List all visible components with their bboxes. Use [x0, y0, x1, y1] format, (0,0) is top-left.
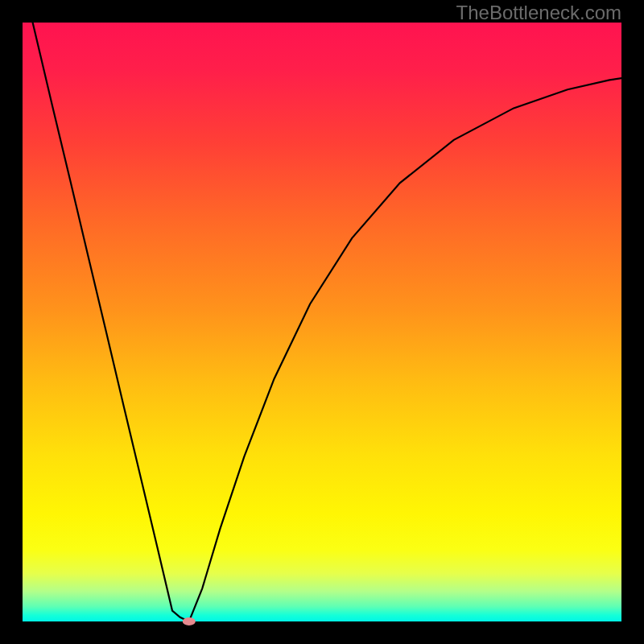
plot-area	[23, 23, 621, 621]
chart-frame: TheBottleneck.com	[0, 0, 644, 644]
watermark-text: TheBottleneck.com	[456, 2, 621, 24]
